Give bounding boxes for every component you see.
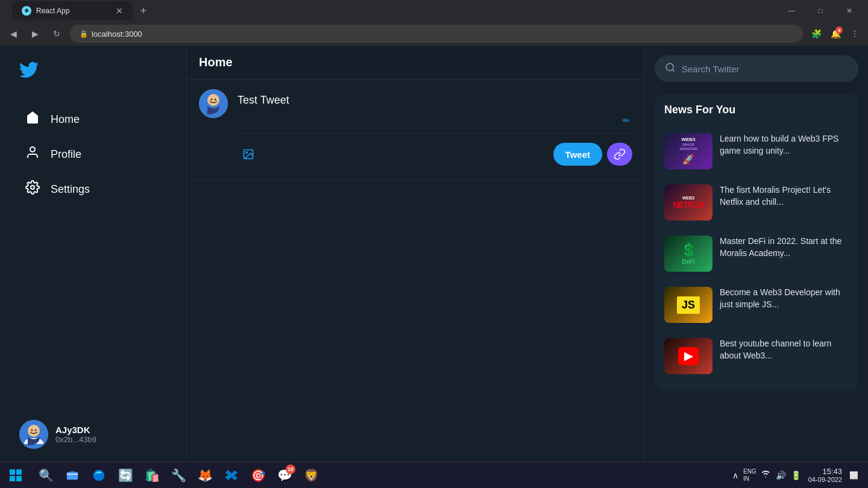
new-tab-button[interactable]: + [135, 2, 152, 19]
windows-logo-icon [10, 469, 22, 481]
nft-button[interactable] [607, 143, 632, 166]
profile-label: Profile [51, 148, 81, 161]
user-info[interactable]: AJy3DK 0x2b...43b9 [14, 415, 172, 454]
news-card: News For You WEB3 SPACE SHOOTER 🚀 Learn … [655, 94, 858, 391]
notification-button[interactable]: 🔔 4 [827, 25, 844, 42]
news-item-2[interactable]: WEB3 NETFLIX The fisrt Moralis Project! … [664, 177, 849, 228]
maximize-button[interactable]: □ [807, 0, 834, 22]
svg-point-1 [31, 186, 34, 189]
tray-icons: ∧ ENGIN 🔊 🔋 [732, 468, 801, 483]
home-icon [24, 110, 41, 128]
composer-inner: Test Tweet ✏ [237, 89, 632, 128]
address-input[interactable]: 🔒 localhost:3000 [70, 25, 803, 43]
news-section-title: News For You [664, 104, 849, 116]
news-thumbnail-3: 💲 DeFi [664, 236, 712, 272]
taskbar-task-button[interactable]: 🔄 [113, 463, 137, 487]
sidebar-item-home[interactable]: Home [14, 103, 172, 136]
tray-expand-icon[interactable]: ∧ [732, 471, 738, 480]
tab-favicon-icon: ⚛ [22, 6, 31, 16]
tweet-input[interactable]: Test Tweet [237, 89, 632, 125]
taskbar-files-button[interactable] [60, 463, 84, 487]
news-text-4: Become a Web3 Developer with just simple… [720, 287, 849, 323]
sidebar-item-settings[interactable]: Settings [14, 173, 172, 205]
volume-icon[interactable]: 🔊 [776, 471, 786, 480]
news-item-3[interactable]: 💲 DeFi Master DeFi in 2022. Start at the… [664, 228, 849, 280]
taskbar-brave-button[interactable]: 🦁 [299, 463, 323, 487]
news-thumbnail-2: WEB3 NETFLIX [664, 184, 712, 221]
taskbar-whatsapp-button[interactable]: 💬 10 [272, 463, 297, 487]
news-thumbnail-5: ▶ [664, 338, 712, 374]
menu-button[interactable]: ⋮ [846, 25, 863, 42]
news-text-3: Master DeFi in 2022. Start at the Morali… [720, 236, 849, 272]
extensions-button[interactable]: 🧩 [808, 25, 825, 42]
taskbar-tool1-button[interactable]: 🔧 [166, 463, 190, 487]
news-item-1[interactable]: WEB3 SPACE SHOOTER 🚀 Learn how to build … [664, 126, 849, 177]
user-name: AJy3DK [55, 425, 167, 435]
settings-icon [24, 180, 41, 198]
wifi-icon[interactable] [761, 469, 771, 481]
browser-actions: 🧩 🔔 4 ⋮ [808, 25, 863, 42]
forward-button[interactable]: ▶ [27, 25, 43, 42]
composer-divider [237, 133, 632, 133]
news-thumbnail-4: JS [664, 287, 712, 323]
taskbar-store-button[interactable]: 🛍️ [140, 463, 164, 487]
taskbar-firefox-button[interactable]: 🦊 [193, 463, 217, 487]
composer-avatar [199, 89, 228, 118]
news-thumbnail-1: WEB3 SPACE SHOOTER 🚀 [664, 133, 712, 169]
svg-line-15 [672, 69, 674, 71]
svg-point-11 [215, 99, 216, 101]
page-title: Home [199, 55, 233, 69]
clock-time: 15:43 [808, 467, 842, 476]
battery-icon[interactable]: 🔋 [791, 471, 801, 480]
tweet-composer: Test Tweet ✏ Tweet [187, 80, 644, 181]
taskbar-tray: ∧ ENGIN 🔊 🔋 15:43 04-09-2022 ⬜ [732, 467, 858, 483]
taskbar-vscode-button[interactable] [219, 463, 244, 487]
app-container: Home Profile Settings [0, 46, 868, 488]
reload-button[interactable]: ↻ [48, 25, 65, 42]
main-nav: Home Profile Settings [14, 103, 172, 208]
image-upload-button[interactable] [237, 143, 259, 165]
search-icon [665, 62, 676, 75]
news-text-5: Best youtube channel to learn about Web3… [720, 338, 849, 374]
main-feed: Home Test Tweet ✏ [187, 46, 645, 488]
address-bar: ◀ ▶ ↻ 🔒 localhost:3000 🧩 🔔 4 ⋮ [0, 22, 868, 46]
start-button[interactable] [5, 465, 27, 486]
whatsapp-badge: 10 [286, 465, 295, 474]
clock-date: 04-09-2022 [808, 476, 842, 483]
tab-bar: ⚛ React App ✕ + — □ ✕ [0, 0, 868, 22]
svg-point-0 [30, 147, 35, 152]
tweet-button[interactable]: Tweet [553, 143, 602, 166]
search-box[interactable] [655, 55, 858, 82]
browser-tab[interactable]: ⚛ React App ✕ [12, 1, 133, 20]
profile-icon [24, 145, 41, 163]
twitter-logo-icon [14, 55, 172, 89]
news-text-1: Learn how to build a Web3 FPS game using… [720, 133, 849, 169]
edit-icon: ✏ [623, 116, 630, 125]
taskbar-app1-button[interactable]: 🎯 [246, 463, 270, 487]
svg-point-10 [211, 99, 213, 101]
address-url: localhost:3000 [92, 30, 142, 39]
svg-point-5 [31, 430, 33, 431]
taskbar-edge-button[interactable] [87, 463, 111, 487]
clock[interactable]: 15:43 04-09-2022 [808, 467, 842, 483]
composer-tools [237, 143, 259, 165]
news-item-4[interactable]: JS Become a Web3 Developer with just sim… [664, 280, 849, 331]
back-button[interactable]: ◀ [5, 25, 22, 42]
sidebar-item-profile[interactable]: Profile [14, 138, 172, 170]
tab-close-icon[interactable]: ✕ [116, 6, 123, 16]
language-indicator[interactable]: ENGIN [743, 468, 756, 483]
home-label: Home [51, 113, 80, 126]
news-item-5[interactable]: ▶ Best youtube channel to learn about We… [664, 331, 849, 381]
svg-point-9 [207, 94, 219, 106]
svg-point-13 [246, 152, 248, 154]
composer-area: Test Tweet ✏ Tweet [237, 89, 632, 170]
browser-chrome: ⚛ React App ✕ + — □ ✕ ◀ ▶ ↻ 🔒 localhost:… [0, 0, 868, 46]
close-button[interactable]: ✕ [835, 0, 863, 22]
svg-point-14 [666, 63, 673, 70]
svg-point-4 [28, 425, 40, 437]
show-desktop-icon[interactable]: ⬜ [849, 471, 858, 480]
news-text-2: The fisrt Moralis Project! Let's Netflix… [720, 184, 849, 221]
taskbar-search-button[interactable]: 🔍 [34, 463, 58, 487]
minimize-button[interactable]: — [778, 0, 805, 22]
search-input[interactable] [682, 64, 848, 74]
